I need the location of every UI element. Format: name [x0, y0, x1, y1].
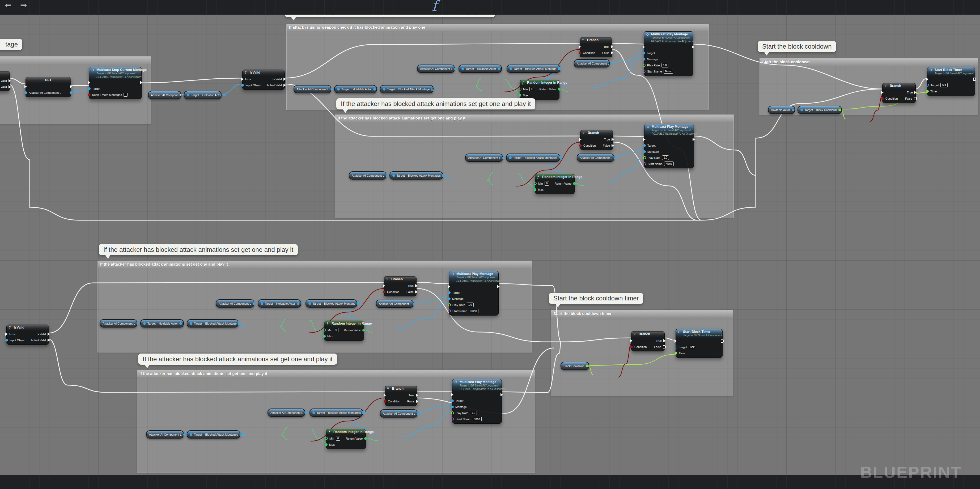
data-pin-icon[interactable]	[881, 97, 884, 100]
data-pin-icon[interactable]	[643, 150, 646, 153]
data-pin-icon[interactable]	[519, 94, 521, 97]
pin-value-field[interactable]: None	[664, 162, 674, 166]
exec-pin-icon[interactable]	[415, 284, 418, 287]
variable-pill-pill-attacker-c3a[interactable]: Attacker AI Component L	[216, 299, 255, 308]
node-branch-5[interactable]: ⑂BranchTrueConditionFalse	[882, 83, 916, 103]
exec-pin-icon[interactable]	[611, 45, 613, 48]
data-pin-icon[interactable]	[323, 329, 326, 332]
array-pin-icon[interactable]	[559, 156, 562, 159]
pin-value-field[interactable]: 1.0	[662, 63, 668, 67]
data-pin-icon[interactable]	[241, 84, 244, 87]
array-pin-icon[interactable]	[238, 322, 241, 325]
pin-value-field[interactable]: 1.0	[467, 303, 474, 307]
variable-pill-pill-blockcooldown-c6[interactable]: Block Cooldown	[560, 362, 589, 370]
data-pin-icon[interactable]	[643, 162, 646, 165]
variable-pill-pill-attacker-c0[interactable]: Attacker AI Component L	[148, 91, 181, 99]
data-pin-icon[interactable]	[534, 182, 537, 185]
exec-pin-icon[interactable]	[241, 78, 243, 81]
data-pin-icon[interactable]	[643, 156, 646, 159]
exec-pin-icon[interactable]	[383, 284, 385, 287]
data-pin-icon[interactable]	[643, 58, 645, 60]
variable-pill-pill-attacker-c1b[interactable]: Attacker AI Component L	[294, 85, 331, 93]
exec-pin-icon[interactable]	[643, 45, 645, 49]
target-pin-icon[interactable]	[509, 67, 512, 70]
data-pin-icon[interactable]	[448, 291, 450, 294]
exec-pin-icon[interactable]	[926, 78, 929, 81]
variable-pill-pill-attacker-c2c[interactable]: Attacker AI Component L	[349, 171, 387, 179]
array-pin-icon[interactable]	[558, 67, 561, 70]
output-pin-icon[interactable]	[454, 67, 457, 70]
exec-pin-icon[interactable]	[415, 290, 418, 294]
array-pin-icon[interactable]	[357, 302, 360, 305]
pin-value-field[interactable]: 0	[336, 436, 340, 441]
variable-pill-pill-attacker-c3c[interactable]: Attacker AI Component L	[100, 319, 137, 327]
output-pin-icon[interactable]	[331, 88, 333, 90]
data-pin-icon[interactable]	[323, 335, 326, 338]
data-pin-icon[interactable]	[364, 437, 367, 440]
variable-pill-pill-blockedmontages-c4b[interactable]: TargetBlocked Attack Montages	[187, 430, 240, 438]
output-pin-icon[interactable]	[304, 411, 307, 414]
target-pin-icon[interactable]	[190, 433, 192, 436]
node-random-integer-in-range-4[interactable]: ƒRandom Integer in RangeMin0Return Value…	[326, 429, 366, 449]
data-pin-icon[interactable]	[579, 52, 581, 54]
exec-pin-icon[interactable]	[692, 45, 694, 49]
exec-pin-icon[interactable]	[881, 91, 884, 94]
exec-pin-icon[interactable]	[692, 138, 695, 141]
data-pin-icon[interactable]	[451, 406, 454, 408]
data-pin-icon[interactable]	[675, 352, 677, 355]
exec-pin-icon[interactable]	[579, 138, 582, 141]
variable-pill-pill-attacker-c2b[interactable]: Attacker AI Component L	[577, 154, 614, 162]
pin-value-field[interactable]: 1.0	[662, 156, 669, 160]
target-pin-icon[interactable]	[312, 411, 315, 414]
variable-pill-pill-blockedmontage-c1b[interactable]: TargetBlocked Attack Montage	[380, 85, 434, 93]
node-multicast-play-montage-3[interactable]: ◇Multicast Play MontageTarget is BP Smar…	[449, 271, 499, 316]
variable-pill-pill-blockedmontage-c3a[interactable]: TargetBlocked Attack Montage	[305, 299, 357, 308]
exec-pin-icon[interactable]	[675, 340, 677, 343]
node-random-integer-in-range-1[interactable]: ƒRandom Integer in RangeMin0Return Value…	[520, 80, 560, 100]
exec-pin-icon[interactable]	[5, 333, 8, 336]
pin-value-field[interactable]: 1.0	[470, 411, 477, 415]
data-pin-icon[interactable]	[451, 400, 454, 402]
data-pin-icon[interactable]	[643, 52, 645, 54]
variable-pill-pill-attacker-c4b[interactable]: Attacker AI Component L	[146, 430, 184, 438]
node-start-block-timer-2[interactable]: ◇Start Block TimerTarget is BP Smart AIC…	[676, 329, 722, 358]
target-pin-icon[interactable]	[509, 156, 512, 159]
exec-pin-icon[interactable]	[611, 51, 613, 54]
exec-pin-icon[interactable]	[24, 85, 27, 88]
node-branch-2[interactable]: ⑂BranchTrueConditionFalse	[580, 130, 613, 150]
data-pin-icon[interactable]	[534, 188, 536, 191]
pin-value-field[interactable]: None	[663, 69, 673, 73]
pin-value-field[interactable]: None	[469, 309, 479, 313]
data-pin-icon[interactable]	[88, 87, 91, 90]
variable-pill-pill-blockedmontage-c1a[interactable]: TargetBlocked Attack Montage	[507, 65, 560, 73]
output-pin-icon[interactable]	[386, 174, 388, 177]
variable-pill-pill-holdable-c1a[interactable]: TargetHoldable Actor	[458, 65, 502, 73]
variable-pill-pill-blockedmontages-c2a[interactable]: TargetBlocked Attack Montages	[506, 154, 560, 162]
target-pin-icon[interactable]	[190, 322, 192, 325]
target-pin-icon[interactable]	[309, 302, 311, 305]
target-pin-icon[interactable]	[261, 302, 263, 305]
exec-pin-icon[interactable]	[70, 85, 72, 88]
exec-pin-icon[interactable]	[448, 285, 450, 288]
variable-pill-pill-holdable-c3c[interactable]: TargetHoldable Actor	[140, 319, 184, 327]
exec-pin-icon[interactable]	[663, 345, 666, 348]
variable-pill-pill-holdable-c3a[interactable]: TargetHoldable Actor	[258, 299, 301, 308]
exec-pin-icon[interactable]	[915, 91, 917, 94]
data-pin-icon[interactable]	[362, 329, 365, 332]
output-pin-icon[interactable]	[413, 303, 415, 305]
data-pin-icon[interactable]	[643, 70, 646, 73]
data-pin-icon[interactable]	[926, 90, 929, 93]
output-pin-icon[interactable]	[611, 62, 613, 65]
array-pin-icon[interactable]	[431, 88, 434, 90]
target-pin-icon[interactable]	[800, 109, 803, 111]
output-pin-icon[interactable]	[417, 412, 420, 415]
data-pin-icon[interactable]	[383, 291, 385, 293]
pin-value-field[interactable]: self	[689, 345, 696, 349]
output-pin-icon[interactable]	[373, 88, 376, 90]
node-random-integer-in-range-2[interactable]: ƒRandom Integer in RangeMin0Return Value…	[535, 174, 574, 194]
output-pin-icon[interactable]	[498, 67, 500, 70]
variable-pill-pill-attacker-c4c[interactable]: Attacker AI Component L	[380, 409, 418, 418]
data-pin-icon[interactable]	[675, 346, 678, 348]
node-multicast-play-montage-4[interactable]: ◇Multicast Play MontageTarget is BP Smar…	[452, 379, 502, 424]
data-pin-icon[interactable]	[325, 437, 328, 440]
